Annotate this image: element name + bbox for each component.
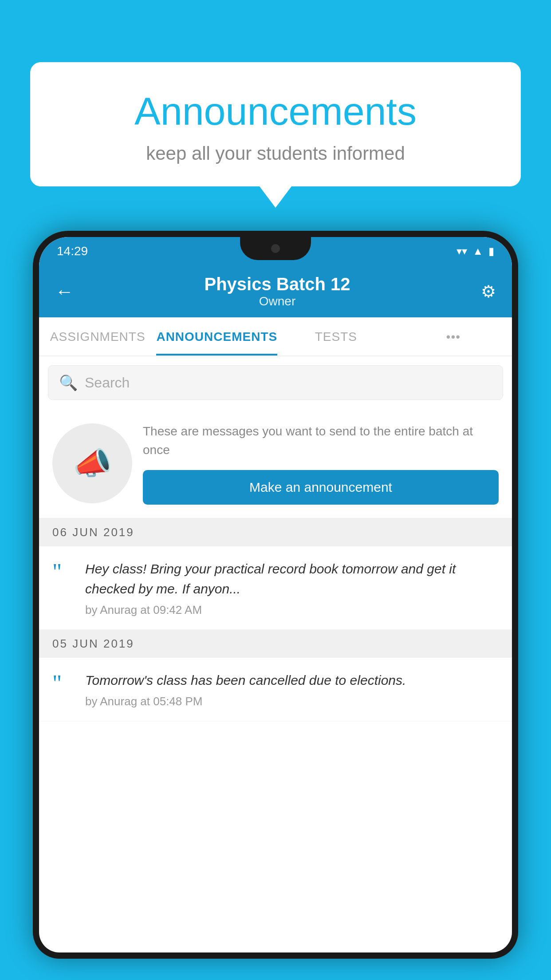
announcements-subtitle: keep all your students informed bbox=[66, 143, 485, 164]
settings-button[interactable]: ⚙ bbox=[481, 282, 496, 301]
announcement-content-1: Hey class! Bring your practical record b… bbox=[85, 559, 499, 617]
signal-icon: ▲ bbox=[472, 245, 483, 257]
tab-announcements[interactable]: ANNOUNCEMENTS bbox=[156, 317, 277, 356]
search-icon: 🔍 bbox=[59, 374, 78, 391]
tabs-bar: ASSIGNMENTS ANNOUNCEMENTS TESTS ••• bbox=[39, 317, 512, 356]
date-separator-2: 05 JUN 2019 bbox=[39, 630, 512, 658]
header-subtitle: Owner bbox=[74, 294, 481, 308]
back-button[interactable]: ← bbox=[55, 281, 74, 302]
quote-icon-2: " bbox=[52, 672, 75, 695]
tab-assignments[interactable]: ASSIGNMENTS bbox=[39, 317, 156, 356]
status-icons: ▾▾ ▲ ▮ bbox=[457, 245, 494, 257]
header-title-area: Physics Batch 12 Owner bbox=[74, 274, 481, 308]
search-placeholder: Search bbox=[85, 375, 130, 391]
phone-screen: 14:29 ▾▾ ▲ ▮ ← Physics Batch 12 Owner ⚙ bbox=[39, 237, 512, 952]
main-content: 🔍 Search 📣 These are messages you want t… bbox=[39, 356, 512, 721]
announcement-text-1: Hey class! Bring your practical record b… bbox=[85, 559, 499, 599]
announcement-meta-1: by Anurag at 09:42 AM bbox=[85, 603, 499, 617]
date-separator-1: 06 JUN 2019 bbox=[39, 518, 512, 546]
promo-icon-circle: 📣 bbox=[52, 423, 132, 503]
header-title: Physics Batch 12 bbox=[74, 274, 481, 294]
speech-bubble: Announcements keep all your students inf… bbox=[30, 62, 521, 186]
battery-icon: ▮ bbox=[488, 245, 494, 257]
announcement-meta-2: by Anurag at 05:48 PM bbox=[85, 695, 406, 708]
camera bbox=[271, 244, 280, 253]
status-time: 14:29 bbox=[57, 244, 88, 258]
promo-description: These are messages you want to send to t… bbox=[143, 422, 499, 459]
phone-container: 14:29 ▾▾ ▲ ▮ ← Physics Batch 12 Owner ⚙ bbox=[33, 231, 518, 980]
promo-section: 📣 These are messages you want to send to… bbox=[39, 409, 512, 518]
make-announcement-button[interactable]: Make an announcement bbox=[143, 470, 499, 505]
announcement-text-2: Tomorrow's class has been cancelled due … bbox=[85, 670, 406, 690]
notch bbox=[240, 237, 311, 260]
promo-right: These are messages you want to send to t… bbox=[143, 422, 499, 505]
tab-more[interactable]: ••• bbox=[395, 317, 512, 356]
app-header: ← Physics Batch 12 Owner ⚙ bbox=[39, 265, 512, 317]
announcement-item-1[interactable]: " Hey class! Bring your practical record… bbox=[39, 546, 512, 630]
announcement-item-2[interactable]: " Tomorrow's class has been cancelled du… bbox=[39, 658, 512, 721]
speech-bubble-area: Announcements keep all your students inf… bbox=[30, 62, 521, 208]
phone-frame: 14:29 ▾▾ ▲ ▮ ← Physics Batch 12 Owner ⚙ bbox=[33, 231, 518, 959]
megaphone-icon: 📣 bbox=[73, 445, 112, 482]
quote-icon-1: " bbox=[52, 561, 75, 584]
announcements-title: Announcements bbox=[66, 89, 485, 134]
tab-tests[interactable]: TESTS bbox=[277, 317, 394, 356]
search-bar[interactable]: 🔍 Search bbox=[48, 365, 503, 400]
status-bar: 14:29 ▾▾ ▲ ▮ bbox=[39, 237, 512, 265]
announcement-content-2: Tomorrow's class has been cancelled due … bbox=[85, 670, 406, 708]
speech-bubble-tail bbox=[260, 186, 291, 208]
wifi-icon: ▾▾ bbox=[457, 245, 467, 257]
